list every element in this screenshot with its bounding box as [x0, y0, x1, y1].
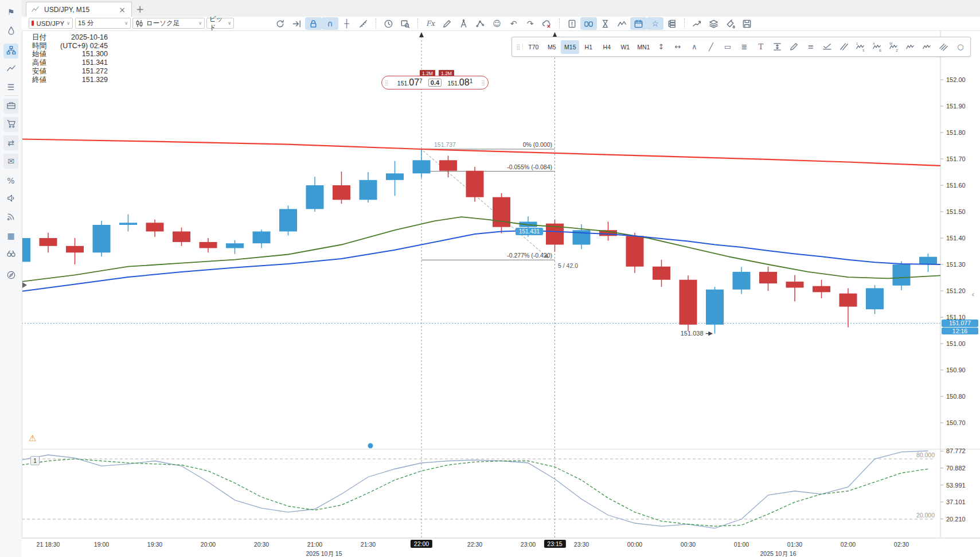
pencil-icon[interactable]: [786, 40, 802, 54]
symbol-select[interactable]: USD/JPY ∨: [29, 18, 73, 29]
warning-icon[interactable]: ⚠: [29, 433, 36, 443]
check-line-icon[interactable]: [819, 40, 835, 54]
drag-handle-icon[interactable]: ⣿: [478, 80, 488, 85]
buy-button[interactable]: 151.081: [442, 77, 478, 88]
close-icon[interactable]: ×: [118, 5, 127, 14]
scroll-to-end-icon[interactable]: [288, 17, 305, 30]
indicator-handle-badge[interactable]: 1: [30, 456, 40, 465]
sidebar-item-list[interactable]: ☰: [3, 80, 18, 95]
crosshair-icon[interactable]: ┼: [338, 17, 355, 30]
nodes-icon[interactable]: [472, 17, 489, 30]
elliott-wave-ae-icon[interactable]: AE: [869, 40, 885, 54]
pencil-icon[interactable]: [439, 17, 455, 30]
chart-canvas[interactable]: [0, 0, 980, 557]
sidebar-item-speaker[interactable]: [3, 192, 18, 207]
timeframe-t70[interactable]: T70: [524, 40, 542, 54]
arrows-vertical-icon[interactable]: ↕: [653, 40, 669, 54]
drag-handle-icon[interactable]: ⣿: [382, 80, 392, 85]
ohlc-value: 151.341: [58, 59, 108, 67]
price-axis-label: 150.80: [946, 393, 966, 400]
time-axis[interactable]: 21 18:3019:0019:3020:0020:3021:0021:3022…: [22, 539, 940, 557]
zoom-box-icon[interactable]: [397, 17, 413, 30]
cloud-delete-icon[interactable]: [538, 17, 555, 30]
zigzag-icon[interactable]: [614, 17, 630, 30]
timeframe-w1[interactable]: W1: [616, 40, 634, 54]
object-list-icon[interactable]: [663, 17, 680, 30]
emoji-icon[interactable]: ☺: [489, 17, 505, 30]
text-tool-icon[interactable]: T: [752, 40, 769, 54]
trend-objects-icon[interactable]: [689, 17, 705, 30]
lines-icon[interactable]: ≡: [802, 40, 819, 54]
timeframe-mn1[interactable]: MN1: [634, 40, 653, 54]
align-icon[interactable]: ≣: [736, 40, 752, 54]
sidebar-item-grid[interactable]: ▦: [3, 228, 18, 243]
timeframe-m5[interactable]: M5: [542, 40, 561, 54]
sidebar-item-flame[interactable]: [3, 24, 18, 39]
angle-icon[interactable]: ∧: [686, 40, 702, 54]
period-value: 15 分: [78, 19, 94, 28]
period-select[interactable]: 15 分 ∨: [75, 18, 131, 29]
drag-handle-icon[interactable]: ⣿: [514, 44, 523, 50]
elliott-wave-15-icon[interactable]: 15: [852, 40, 869, 54]
fx-icon[interactable]: Fx: [422, 17, 439, 30]
measure-anchor-price-label: 151.737: [434, 141, 456, 148]
hourglass-icon[interactable]: [597, 17, 614, 30]
depth-icon[interactable]: [580, 17, 597, 30]
sidebar-item-compass-dial[interactable]: [3, 268, 18, 283]
sidebar-item-mail[interactable]: ✉: [3, 154, 18, 169]
sidebar-item-briefcase[interactable]: [3, 99, 18, 114]
elliott-wave-wz-icon[interactable]: WZ: [885, 40, 902, 54]
refresh-icon[interactable]: [272, 17, 288, 30]
undo-icon[interactable]: ↶: [505, 17, 522, 30]
sidebar-item-binoculars[interactable]: [3, 247, 18, 262]
channel-icon[interactable]: [835, 40, 852, 54]
measure-icon[interactable]: [355, 17, 372, 30]
elliott-wave-2-icon[interactable]: [919, 40, 935, 54]
toolbar-divider: [684, 18, 689, 29]
timeframe-toolbar: ⣿ T70M5M15H1H4W1MN1↕↔∧╱▭≣T≡15AEWZ○: [512, 37, 971, 57]
collapse-chevron-icon[interactable]: ‹: [971, 290, 975, 299]
chart-tab[interactable]: USD/JPY, M15 ×: [26, 2, 132, 17]
magnet-icon[interactable]: ∩: [322, 17, 338, 30]
parallel-icon[interactable]: [935, 40, 952, 54]
time-marker-pill: 23:15: [544, 540, 565, 548]
sidebar-item-line-chart[interactable]: [3, 61, 18, 76]
clock-icon[interactable]: [380, 17, 397, 30]
sidebar-item-hierarchy[interactable]: [3, 44, 18, 59]
ohlc-row: 安値151.272: [32, 67, 108, 76]
chart-type-select[interactable]: ローソク足 ∨: [132, 18, 205, 29]
sidebar-item-percent[interactable]: %: [3, 173, 18, 188]
trendline-icon[interactable]: ╱: [702, 40, 719, 54]
sidebar-item-transfer[interactable]: ⇄: [3, 135, 18, 150]
current-price-tag: 151.077: [942, 320, 978, 327]
sell-button[interactable]: 151.077: [392, 77, 428, 88]
timeframe-h1[interactable]: H1: [579, 40, 598, 54]
arrows-horizontal-icon[interactable]: ↔: [669, 40, 686, 54]
compass-icon[interactable]: [455, 17, 472, 30]
indicator-level-label: 80.000: [916, 451, 935, 458]
sidebar-item-bookmark[interactable]: ⚑: [3, 5, 18, 20]
elliott-wave-icon[interactable]: [902, 40, 919, 54]
timeframe-h4[interactable]: H4: [598, 40, 616, 54]
rectangle-icon[interactable]: ▭: [719, 40, 736, 54]
timeframe-m15[interactable]: M15: [561, 40, 579, 54]
paint-icon[interactable]: [722, 17, 739, 30]
sidebar-item-cart[interactable]: [3, 117, 18, 132]
add-tab-button[interactable]: +: [136, 3, 144, 15]
layers-icon[interactable]: [705, 17, 722, 30]
ohlc-label: 終値: [32, 76, 58, 84]
star-icon[interactable]: ☆: [647, 17, 663, 30]
lock-icon[interactable]: [305, 17, 322, 30]
redo-icon[interactable]: ↷: [522, 17, 538, 30]
sidebar-item-signal[interactable]: [3, 210, 18, 225]
save-icon[interactable]: [739, 17, 755, 30]
price-axis-label: 151.50: [946, 208, 966, 215]
calendar-icon[interactable]: [630, 17, 647, 30]
price-axis-label: 150.70: [946, 419, 966, 426]
circle-icon[interactable]: ○: [952, 40, 969, 54]
alert-box-icon[interactable]: [564, 17, 580, 30]
vertical-range-icon[interactable]: [769, 40, 786, 54]
price-axis-label: 150.90: [946, 367, 966, 373]
price-mode-select[interactable]: ビッド ∨: [206, 18, 234, 29]
sidebar-divider: [4, 95, 18, 96]
